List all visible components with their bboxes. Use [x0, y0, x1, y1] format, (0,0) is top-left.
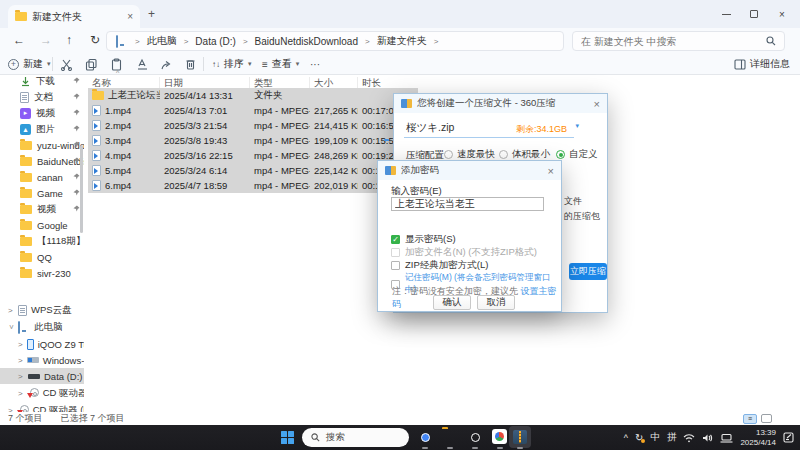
cut-button[interactable] — [60, 54, 73, 74]
clock[interactable]: 13:39 2025/4/14 — [740, 428, 776, 447]
maximize-button[interactable] — [740, 0, 768, 28]
sidebar-item-videos-folder[interactable]: 视频 — [0, 201, 84, 217]
forward-button[interactable]: → — [40, 33, 52, 47]
show-password-checkbox[interactable]: ✓ 显示密码(S) — [391, 233, 456, 246]
start-button[interactable] — [281, 431, 294, 444]
sidebar-item-game[interactable]: Game — [0, 185, 84, 201]
taskbar-app-chrome[interactable] — [417, 429, 433, 445]
compress-now-button[interactable]: 立即压缩 — [569, 263, 607, 280]
sidebar-scrollbar[interactable] — [80, 145, 83, 233]
chevron-down-icon[interactable]: ▾ — [575, 122, 579, 130]
expander-icon[interactable]: > — [18, 340, 23, 349]
sidebar-item-documents[interactable]: 文档 — [0, 89, 84, 105]
zip-classic-checkbox[interactable]: ZIP经典加密方式(L) — [391, 259, 488, 272]
sidebar-item-downloads[interactable]: 下载 — [0, 73, 84, 89]
sort-button[interactable]: ↑↓ 排序 ▾ — [212, 54, 252, 74]
wifi-icon[interactable] — [683, 433, 695, 443]
sidebar-item-label: 此电脑 — [34, 321, 63, 334]
confirm-button[interactable]: 确认 — [433, 295, 471, 310]
sidebar-item-this-pc[interactable]: > 此电脑 — [0, 319, 84, 335]
breadcrumb-baidunetdiskdownload[interactable]: BaiduNetdiskDownload — [255, 36, 358, 47]
breadcrumb-this-pc[interactable]: 此电脑 — [147, 34, 177, 48]
sidebar-item-sivr-230[interactable]: sivr-230 — [0, 265, 84, 281]
sidebar-item-videos[interactable]: ▸ 视频 — [0, 105, 84, 121]
expander-open-icon[interactable]: > — [7, 324, 16, 330]
share-button[interactable] — [160, 54, 173, 74]
taskbar-app-security[interactable] — [467, 429, 483, 445]
more-options-button[interactable]: ··· — [310, 54, 320, 74]
ime-mode-button[interactable]: 拼 — [667, 431, 677, 444]
expander-icon[interactable]: > — [8, 306, 14, 315]
new-label: 新建 — [23, 57, 43, 71]
sidebar-item-google[interactable]: Google — [0, 217, 84, 233]
archive-name-field[interactable]: 桜ツキ.zip — [406, 121, 454, 135]
table-row[interactable]: 5.mp4 2025/3/24 6:14 mp4 - MPEG-4 ... 22… — [88, 163, 418, 178]
password-input[interactable] — [391, 197, 544, 211]
compress-dialog-titlebar[interactable]: 您将创建一个压缩文件 - 360压缩 × — [394, 94, 607, 113]
address-bar[interactable]: > 此电脑 > Data (D:) > BaiduNetdiskDownload… — [106, 31, 564, 51]
sidebar-item-canan[interactable]: canan — [0, 169, 84, 185]
cancel-button[interactable]: 取消 — [477, 295, 515, 310]
thumbnail-view-button[interactable] — [761, 414, 772, 423]
item-count: 7 个项目 — [8, 412, 43, 425]
rename-button[interactable] — [136, 54, 149, 74]
new-tab-button[interactable]: + — [148, 7, 155, 21]
sidebar-item-windows-ssd[interactable]: > Windows-SSD — [0, 352, 84, 368]
close-icon[interactable]: × — [594, 98, 600, 110]
sidebar-item-wps-cloud[interactable]: > WPS云盘 — [0, 302, 84, 318]
list-view-button[interactable]: ≡ — [743, 414, 757, 424]
table-row[interactable]: 1.mp4 2025/4/13 7:01 mp4 - MPEG-4 ... 21… — [88, 103, 418, 118]
ime-language-button[interactable]: 中 — [650, 431, 660, 444]
expander-icon[interactable]: > — [18, 356, 23, 365]
this-pc-icon — [116, 36, 128, 46]
explorer-tab[interactable]: 新建文件夹 × — [8, 5, 140, 28]
table-row[interactable]: 4.mp4 2025/3/16 22:15 mp4 - MPEG-4 ... 2… — [88, 148, 418, 163]
explorer-search-input[interactable] — [581, 36, 766, 47]
tab-close-icon[interactable]: × — [127, 11, 133, 22]
breadcrumb-data-d[interactable]: Data (D:) — [195, 36, 236, 47]
table-row[interactable]: 6.mp4 2025/4/7 18:59 mp4 - MPEG-4 ... 20… — [88, 178, 418, 193]
minimize-button[interactable] — [712, 0, 740, 28]
radio-custom[interactable]: 自定义 — [556, 148, 598, 161]
sync-tray-icon[interactable]: ↻ — [635, 432, 643, 443]
sidebar-item-qq[interactable]: QQ — [0, 249, 84, 265]
copy-button[interactable] — [85, 54, 98, 74]
sidebar-item-data-d[interactable]: > Data (D:) — [0, 368, 84, 384]
details-pane-button[interactable]: 详细信息 — [734, 54, 790, 74]
taskbar-search[interactable]: 搜索 — [302, 428, 409, 447]
breadcrumb-new-folder[interactable]: 新建文件夹 — [377, 34, 427, 48]
refresh-button[interactable]: ↻ — [90, 33, 100, 47]
expander-icon[interactable]: > — [18, 372, 24, 381]
sidebar-item-1118[interactable]: 【1118期】B — [0, 233, 84, 249]
sidebar-item-baidunetdisk[interactable]: BaiduNetdis — [0, 153, 84, 169]
notification-center-icon[interactable] — [783, 432, 794, 443]
hidden-icons-chevron[interactable]: ^ — [624, 433, 628, 443]
password-dialog-titlebar[interactable]: 添加密码 × — [378, 161, 561, 180]
new-button[interactable]: + 新建 ▾ — [8, 54, 51, 74]
table-row[interactable]: 上老王论坛当老王 2025/4/14 13:31 文件夹 — [88, 88, 418, 103]
sidebar-item-label: iQOO Z9 Turb — [38, 339, 84, 350]
trash-icon — [184, 58, 197, 71]
battery-icon[interactable] — [720, 433, 733, 443]
volume-icon[interactable] — [702, 433, 713, 443]
taskbar-app-360zip-active[interactable] — [509, 426, 531, 448]
view-button[interactable]: ≡ 查看 ▾ — [262, 54, 299, 74]
expander-icon[interactable]: > — [18, 389, 23, 398]
taskbar-app-explorer[interactable] — [442, 429, 458, 445]
close-icon[interactable]: × — [548, 165, 554, 177]
file-date: 2025/3/8 19:43 — [160, 135, 250, 146]
explorer-search-box[interactable] — [572, 31, 785, 51]
table-row[interactable]: 3.mp4 2025/3/8 19:43 mp4 - MPEG-4 ... 19… — [88, 133, 418, 148]
close-button[interactable]: × — [768, 0, 796, 28]
sidebar-item-iqoo-phone[interactable]: > iQOO Z9 Turb — [0, 336, 84, 352]
sidebar-item-yuzu-windows[interactable]: yuzu-windo — [0, 137, 84, 153]
delete-button[interactable] — [184, 54, 197, 74]
table-row[interactable]: 2.mp4 2025/3/3 21:54 mp4 - MPEG-4 ... 21… — [88, 118, 418, 133]
sidebar-item-pictures[interactable]: ▲ 图片 — [0, 121, 84, 137]
file-type: mp4 - MPEG-4 ... — [250, 165, 310, 176]
up-button[interactable]: ↑ — [66, 33, 72, 47]
taskbar-app-suite[interactable] — [492, 429, 508, 445]
sidebar-item-cd-drive-e[interactable]: > CD 驱动器 (E:) — [0, 385, 84, 401]
toolbar-divider — [203, 57, 204, 71]
back-button[interactable]: ← — [13, 33, 25, 47]
